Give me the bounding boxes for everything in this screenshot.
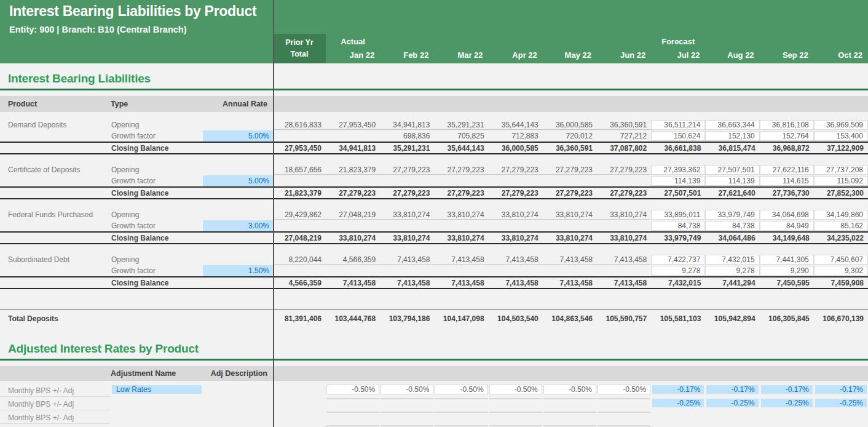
adjustment-actual-value bbox=[598, 412, 650, 413]
closing-cell: 36,661,838 bbox=[651, 144, 705, 153]
growth-cell[interactable]: 9,278 bbox=[651, 266, 705, 276]
opening-cell[interactable]: 7,441,305 bbox=[760, 255, 814, 265]
adjustment-forecast-input[interactable]: -0.17% bbox=[652, 385, 704, 394]
opening-cell[interactable]: 27,393,362 bbox=[651, 165, 705, 175]
month-header: Mar 22 bbox=[434, 49, 488, 63]
opening-cell: 33,810,274 bbox=[597, 210, 651, 220]
growth-cell[interactable]: 114,615 bbox=[760, 176, 814, 186]
opening-cell: 4,566,359 bbox=[326, 255, 380, 265]
adjustment-value-cell bbox=[434, 398, 488, 410]
adjustment-value-cell: -0.25% bbox=[705, 398, 759, 410]
group-spacer bbox=[0, 244, 868, 254]
opening-cell[interactable]: 33,895,011 bbox=[651, 210, 705, 220]
opening-cell[interactable]: 36,969,509 bbox=[814, 120, 868, 130]
growth-cell[interactable]: 114,139 bbox=[651, 176, 705, 186]
adjustment-value-cell: -0.50% bbox=[489, 385, 543, 397]
opening-cell: 27,279,223 bbox=[434, 166, 488, 175]
type-label-opening: Opening bbox=[111, 210, 203, 219]
adjustment-name-input[interactable]: Low Rates bbox=[112, 385, 202, 394]
total-cell: 81,391,406 bbox=[273, 314, 326, 323]
closing-cell: 33,810,274 bbox=[489, 234, 543, 242]
growth-cell[interactable]: 84,738 bbox=[705, 221, 759, 231]
row-closing-balance: Closing Balance21,823,37927,279,22327,27… bbox=[0, 186, 868, 199]
growth-cell[interactable]: 9,290 bbox=[760, 266, 814, 276]
opening-cell: 8,220,044 bbox=[273, 255, 326, 265]
opening-cell[interactable]: 7,432,015 bbox=[705, 255, 759, 265]
adjustment-actual-value bbox=[489, 398, 542, 399]
adjustment-forecast-input[interactable]: -0.25% bbox=[706, 399, 758, 407]
opening-cell[interactable]: 7,450,607 bbox=[814, 255, 868, 265]
adjustment-row-label: Monthly BPS +/- Adj bbox=[0, 398, 111, 410]
growth-cell[interactable]: 85,162 bbox=[814, 221, 868, 231]
adjustment-actual-value bbox=[381, 412, 433, 413]
prior-total-label: Total bbox=[291, 49, 309, 60]
growth-cell: 698,836 bbox=[380, 132, 434, 140]
opening-cell: 33,810,274 bbox=[543, 210, 597, 220]
closing-cell: 27,279,223 bbox=[543, 189, 597, 198]
annual-rate-value[interactable]: 5.00% bbox=[203, 175, 273, 186]
total-deposits-label: Total Deposits bbox=[0, 314, 111, 323]
adjustment-forecast-input[interactable]: -0.25% bbox=[761, 399, 813, 407]
section-title-adjusted-rates: Adjusted Interest Rates by Product bbox=[0, 327, 868, 359]
adjustment-value-cell bbox=[705, 412, 759, 424]
opening-cell[interactable]: 36,663,344 bbox=[705, 120, 759, 130]
closing-cell: 34,064,486 bbox=[705, 234, 759, 242]
adjustment-value-cell bbox=[597, 412, 651, 424]
adjustment-value-cell: -0.17% bbox=[651, 385, 705, 397]
opening-cell[interactable]: 36,511,214 bbox=[651, 120, 705, 130]
growth-cell[interactable]: 9,302 bbox=[814, 266, 868, 276]
growth-cell[interactable]: 115,092 bbox=[814, 176, 868, 186]
opening-cell[interactable]: 27,737,208 bbox=[814, 165, 868, 175]
growth-cell[interactable]: 9,278 bbox=[705, 266, 759, 276]
section-rule bbox=[0, 89, 868, 90]
adjustment-actual-value: -0.50% bbox=[489, 385, 542, 394]
growth-cell[interactable]: 153,400 bbox=[814, 131, 868, 141]
adjustment-forecast-input[interactable]: -0.17% bbox=[761, 385, 813, 394]
growth-cell[interactable]: 84,949 bbox=[760, 221, 814, 231]
closing-cell: 34,941,813 bbox=[326, 144, 380, 153]
prior-spacer bbox=[273, 398, 326, 410]
total-deposits-row: Total Deposits 81,391,406103,444,768103,… bbox=[0, 310, 868, 327]
growth-cell[interactable]: 150,624 bbox=[651, 131, 705, 141]
adjustment-actual-value bbox=[543, 398, 596, 399]
growth-cell[interactable]: 84,738 bbox=[651, 221, 705, 231]
adjustment-forecast-input[interactable]: -0.25% bbox=[815, 399, 867, 407]
closing-cell: 35,644,143 bbox=[434, 144, 488, 153]
adjustment-forecast-input[interactable]: -0.25% bbox=[652, 399, 704, 407]
opening-cell[interactable]: 33,979,749 bbox=[705, 210, 759, 220]
adjustment-value-cell bbox=[814, 412, 868, 424]
annual-rate-value[interactable]: 1.50% bbox=[203, 265, 273, 276]
closing-balance-label: Closing Balance bbox=[111, 279, 203, 287]
annual-rate-value[interactable]: 3.00% bbox=[203, 220, 273, 231]
month-header: Feb 22 bbox=[380, 49, 434, 63]
row-opening: Subordinated DebtOpening8,220,0444,566,3… bbox=[0, 254, 868, 265]
opening-cell[interactable]: 7,422,737 bbox=[651, 255, 705, 265]
growth-cell[interactable]: 152,764 bbox=[760, 131, 814, 141]
opening-cell[interactable]: 36,816,108 bbox=[760, 120, 814, 130]
adjustment-value-cell bbox=[543, 398, 597, 410]
opening-cell[interactable]: 34,064,698 bbox=[760, 210, 814, 220]
opening-cell: 35,644,143 bbox=[489, 121, 543, 130]
closing-cell: 7,450,595 bbox=[760, 279, 814, 287]
annual-rate-value[interactable]: 5.00% bbox=[203, 130, 273, 142]
adjustment-forecast-input[interactable]: -0.17% bbox=[706, 385, 758, 394]
closing-cell: 7,413,458 bbox=[380, 279, 434, 287]
opening-cell[interactable]: 27,507,501 bbox=[705, 165, 759, 175]
opening-cell: 33,810,274 bbox=[380, 210, 434, 220]
growth-cell: 727,212 bbox=[597, 132, 651, 140]
closing-cell: 36,968,872 bbox=[760, 144, 814, 153]
growth-cell[interactable]: 114,139 bbox=[705, 176, 759, 186]
closing-cell: 27,507,501 bbox=[651, 189, 705, 198]
opening-cell[interactable]: 34,149,860 bbox=[814, 210, 868, 220]
closing-cell: 34,235,022 bbox=[814, 234, 868, 242]
adjustment-actual-value bbox=[326, 412, 379, 413]
group-spacer bbox=[0, 154, 868, 164]
opening-cell: 27,279,223 bbox=[597, 166, 651, 175]
adjustment-actual-value bbox=[598, 398, 650, 399]
closing-cell: 37,087,802 bbox=[597, 144, 651, 153]
adjustment-forecast-input[interactable]: -0.17% bbox=[815, 385, 867, 394]
adjustment-value-cell bbox=[489, 398, 543, 410]
adjustment-row-label: Monthly BPS +/- Adj bbox=[0, 385, 111, 397]
growth-cell[interactable]: 152,130 bbox=[705, 131, 759, 141]
opening-cell[interactable]: 27,622,116 bbox=[760, 165, 814, 175]
